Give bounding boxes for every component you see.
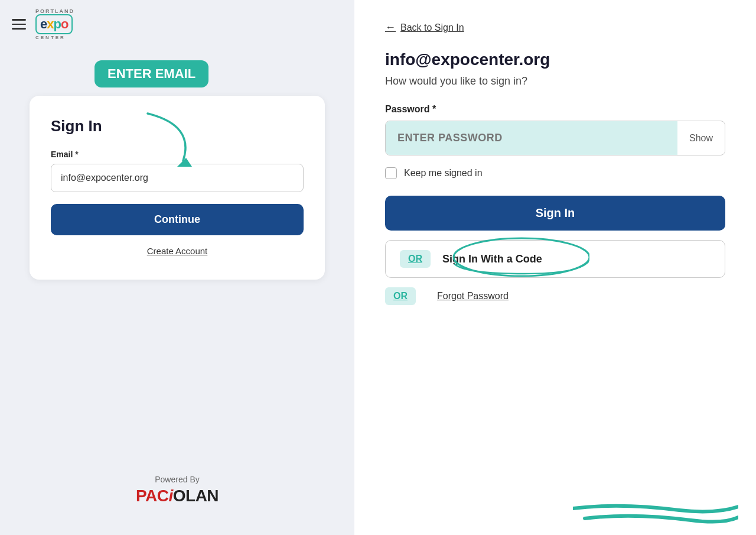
right-panel: ← Back to Sign In info@expocenter.org Ho… bbox=[354, 0, 756, 535]
password-field-wrapper: Show bbox=[385, 121, 725, 155]
pac-text: PAC bbox=[136, 487, 169, 505]
signin-question-text: How would you like to sign in? bbox=[385, 75, 725, 87]
back-arrow-icon: ← bbox=[385, 21, 396, 34]
email-field-label: Email * bbox=[51, 150, 304, 159]
back-to-signin-link[interactable]: ← Back to Sign In bbox=[385, 21, 725, 34]
olan-text: OLAN bbox=[173, 487, 219, 505]
signin-button[interactable]: Sign In bbox=[385, 196, 725, 231]
keep-signed-in-label: Keep me signed in bbox=[404, 168, 483, 179]
signin-card-title: Sign In bbox=[51, 117, 304, 135]
logo-center-text: CENTER bbox=[35, 35, 66, 40]
logo-expo-o: o bbox=[61, 17, 68, 32]
powered-by-text: Powered By bbox=[136, 475, 219, 484]
logo-expo-p: p bbox=[54, 17, 61, 32]
forgot-password-link[interactable]: Forgot Password bbox=[437, 291, 509, 301]
logo-portland-text: PORTLAND bbox=[35, 8, 74, 14]
or2-badge: OR bbox=[385, 287, 416, 305]
create-account-link[interactable]: Create Account bbox=[51, 246, 304, 256]
password-input[interactable] bbox=[386, 121, 677, 155]
enter-email-tooltip: ENTER EMAIL bbox=[94, 60, 208, 87]
header-bar: PORTLAND expo CENTER bbox=[0, 0, 354, 48]
keep-signed-in-checkbox[interactable] bbox=[385, 167, 397, 179]
teal-decoration bbox=[573, 500, 738, 529]
powered-by-section: Powered By PACiOLAN bbox=[136, 475, 219, 505]
user-email-display: info@expocenter.org bbox=[385, 50, 725, 69]
i-text: i bbox=[168, 487, 172, 505]
logo-expo-e: e bbox=[40, 17, 47, 32]
portland-expo-logo: PORTLAND expo CENTER bbox=[35, 8, 74, 40]
logo-expo-box: expo bbox=[35, 14, 73, 34]
sign-in-with-code-text: Sign In With a Code bbox=[442, 253, 542, 265]
logo-expo-row: expo bbox=[35, 14, 73, 34]
email-input[interactable] bbox=[51, 164, 304, 192]
back-link-text: Back to Sign In bbox=[400, 22, 464, 33]
keep-signed-in-row: Keep me signed in bbox=[385, 167, 725, 179]
sign-in-with-code-row[interactable]: OR Sign In With a Code bbox=[385, 240, 725, 278]
left-panel: PORTLAND expo CENTER ENTER EMAIL Sign In… bbox=[0, 0, 354, 535]
continue-button[interactable]: Continue bbox=[51, 204, 304, 235]
hamburger-menu-icon[interactable] bbox=[12, 19, 26, 30]
logo-expo-x: x bbox=[47, 17, 53, 32]
show-password-button[interactable]: Show bbox=[677, 122, 725, 154]
or-badge: OR bbox=[400, 250, 431, 268]
forgot-password-row: OR Forgot Password bbox=[385, 287, 725, 305]
password-field-label: Password * bbox=[385, 104, 725, 115]
signin-card: ENTER EMAIL Sign In Email * Continue Cre… bbox=[30, 96, 325, 280]
paciolan-logo: PACiOLAN bbox=[136, 487, 219, 505]
